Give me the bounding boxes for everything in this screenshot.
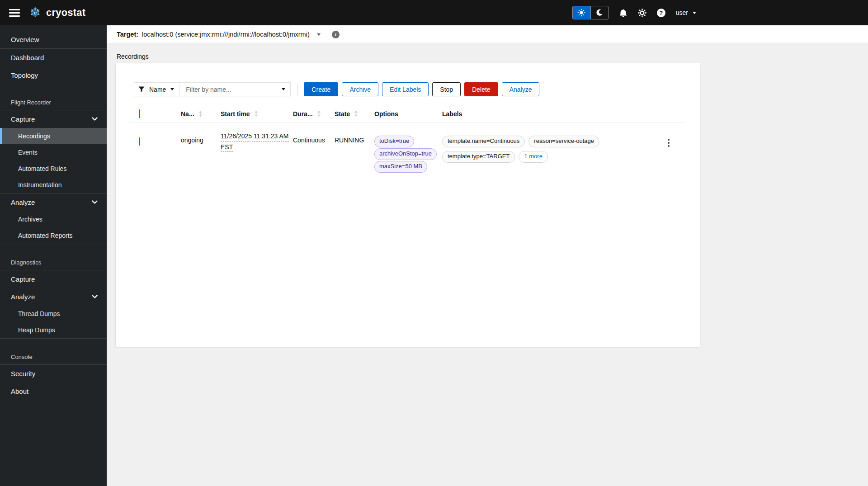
sidebar-section-flight-recorder: Flight Recorder [0, 95, 107, 110]
moon-icon [596, 9, 603, 16]
info-icon[interactable]: i [332, 31, 340, 38]
option-chip: toDisk=true [374, 136, 414, 147]
more-labels-link[interactable]: 1 more [519, 151, 547, 163]
divider [297, 84, 297, 95]
row-kebab-menu[interactable] [664, 137, 673, 149]
brand-name: cryostat [46, 7, 85, 19]
chevron-down-icon [92, 295, 98, 299]
sidebar-item-instrumentation[interactable]: Instrumentation [0, 177, 107, 193]
sidebar-section-console: Console [0, 349, 107, 364]
sidebar-item-archives[interactable]: Archives [0, 211, 107, 227]
sun-icon [577, 9, 585, 17]
sort-icon [354, 110, 359, 117]
sidebar-item-overview[interactable]: Overview [0, 31, 107, 48]
divider [0, 338, 107, 339]
sidebar-item-analyze[interactable]: Analyze [0, 193, 107, 211]
table-row: ongoing 11/26/2025 11:31:23 AM EST Conti… [130, 123, 685, 177]
start-timezone: EST [221, 143, 233, 152]
row-checkbox[interactable] [139, 137, 140, 146]
sidebar-item-dashboard[interactable]: Dashboard [0, 49, 107, 66]
column-header-labels: Labels [442, 110, 652, 118]
archive-button[interactable]: Archive [342, 82, 378, 96]
recordings-table: Na... Start time Dura... State [130, 105, 685, 177]
option-chip: maxSize=50 MB [374, 161, 427, 173]
cell-labels: template.name=Continuous reason=service-… [442, 123, 652, 177]
cell-state: RUNNING [335, 123, 374, 177]
sidebar-item-topology[interactable]: Topology [0, 66, 107, 84]
sidebar-item-capture-2[interactable]: Capture [0, 270, 107, 288]
theme-toggle-group [572, 6, 609, 19]
target-value: localhost:0 (service:jmx:rmi:///jndi/rmi… [142, 31, 310, 38]
column-header-name[interactable]: Na... [181, 110, 221, 118]
target-bar: Target: localhost:0 (service:jmx:rmi:///… [107, 25, 868, 44]
delete-button[interactable]: Delete [464, 82, 498, 96]
sidebar-item-capture[interactable]: Capture [0, 110, 107, 128]
label-chip: reason=service-outage [528, 136, 599, 147]
sidebar-item-automated-reports[interactable]: Automated Reports [0, 227, 107, 244]
sidebar-item-analyze-2[interactable]: Analyze [0, 288, 107, 306]
sort-icon [198, 110, 203, 117]
sidebar-item-about[interactable]: About [0, 382, 107, 400]
target-select[interactable]: localhost:0 (service:jmx:rmi:///jndi/rmi… [142, 31, 321, 38]
stop-button[interactable]: Stop [432, 82, 461, 96]
select-all-checkbox[interactable] [139, 109, 140, 118]
sidebar-nav: Overview Dashboard Topology Flight Recor… [0, 25, 107, 486]
recordings-card: Name Create Archive Edit Labels Stop Del… [116, 63, 700, 347]
username: user [676, 9, 688, 16]
column-header-options: Options [374, 110, 442, 118]
filter-input-wrap [179, 82, 291, 96]
start-date: 11/26/2025 11:31:23 AM [221, 132, 289, 142]
create-button[interactable]: Create [304, 82, 338, 96]
divider [0, 244, 107, 244]
kebab-icon [668, 139, 670, 141]
filter-by-name-input[interactable] [181, 86, 282, 93]
masthead: ❄C cryostat ? user [0, 0, 868, 25]
bell-icon [619, 9, 627, 17]
table-header-row: Na... Start time Dura... State [130, 105, 685, 123]
column-header-duration[interactable]: Dura... [293, 110, 335, 118]
column-header-state[interactable]: State [335, 110, 374, 118]
sort-icon [316, 110, 321, 117]
dark-theme-button[interactable] [590, 6, 608, 19]
sidebar-item-automated-rules[interactable]: Automated Rules [0, 160, 107, 177]
filter-icon [138, 86, 145, 92]
chevron-down-icon[interactable] [282, 88, 285, 90]
target-label: Target: [117, 31, 138, 38]
chevron-down-icon [92, 200, 98, 204]
settings-button[interactable] [638, 9, 646, 17]
cell-start-time: 11/26/2025 11:31:23 AM EST [221, 123, 293, 177]
recordings-toolbar: Name Create Archive Edit Labels Stop Del… [116, 63, 700, 96]
sidebar-item-security[interactable]: Security [0, 365, 107, 382]
option-chip: archiveOnStop=true [374, 148, 437, 160]
hamburger-icon [9, 9, 20, 10]
filter-attribute-label: Name [149, 86, 166, 93]
logo-letter: C [33, 10, 38, 16]
cell-options: toDisk=true archiveOnStop=true maxSize=5… [374, 123, 442, 177]
chevron-down-icon [92, 117, 98, 121]
label-chip: template.name=Continuous [442, 136, 525, 147]
user-menu[interactable]: user [676, 9, 696, 16]
cell-duration: Continuous [293, 123, 335, 177]
nav-toggle-button[interactable] [9, 8, 20, 18]
notifications-button[interactable] [619, 9, 627, 17]
light-theme-button[interactable] [573, 6, 590, 19]
analyze-button[interactable]: Analyze [502, 82, 540, 96]
chevron-down-icon [693, 12, 696, 14]
column-header-start-time[interactable]: Start time [221, 110, 293, 118]
sort-icon [254, 110, 259, 117]
gear-icon [638, 9, 646, 17]
help-button[interactable]: ? [657, 9, 665, 17]
sidebar-item-thread-dumps[interactable]: Thread Dumps [0, 306, 107, 322]
filter-attribute-select[interactable]: Name [134, 82, 179, 96]
chevron-down-icon [317, 33, 321, 36]
page-title: Recordings [117, 53, 868, 60]
brand-logo[interactable]: ❄C cryostat [28, 6, 85, 19]
edit-labels-button[interactable]: Edit Labels [382, 82, 429, 96]
sidebar-item-recordings[interactable]: Recordings [0, 128, 107, 144]
cell-name: ongoing [181, 123, 221, 177]
sidebar-item-heap-dumps[interactable]: Heap Dumps [0, 322, 107, 338]
label-chip: template.type=TARGET [442, 151, 515, 163]
question-circle-icon: ? [657, 9, 665, 17]
chevron-down-icon [170, 88, 174, 90]
sidebar-item-events[interactable]: Events [0, 144, 107, 160]
